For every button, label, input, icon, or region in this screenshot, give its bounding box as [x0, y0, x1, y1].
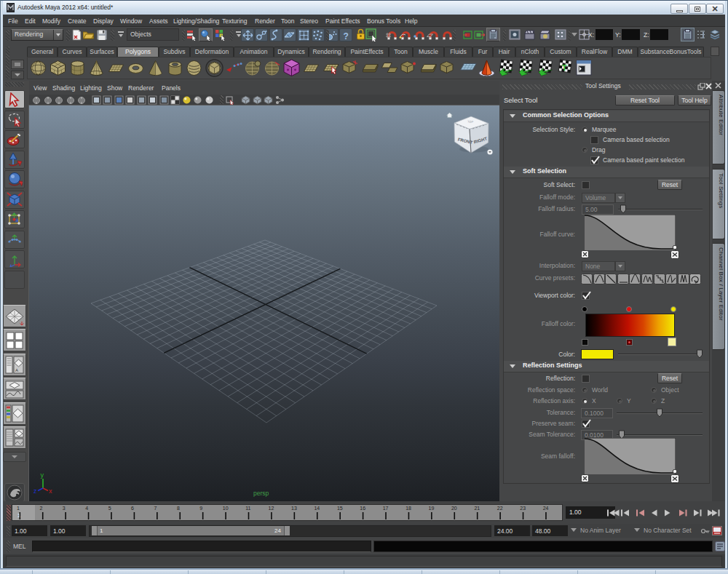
svg-text:T: T	[562, 63, 567, 72]
svg-text:A: A	[15, 368, 18, 372]
svg-text:z: z	[33, 487, 37, 495]
svg-text:x: x	[49, 487, 52, 495]
svg-text:TOP: TOP	[467, 120, 474, 124]
svg-text:y: y	[41, 471, 44, 479]
svg-text:?: ?	[343, 31, 348, 41]
